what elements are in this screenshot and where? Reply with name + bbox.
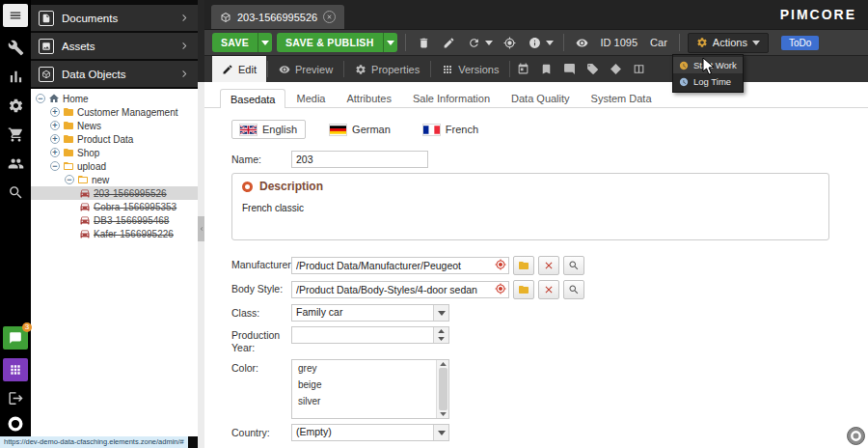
reload-button[interactable]	[464, 33, 484, 52]
users-button[interactable]	[8, 155, 24, 172]
panel-documents[interactable]: Documents	[31, 5, 198, 31]
class-select[interactable]: Family car	[291, 304, 449, 322]
color-option-beige[interactable]: beige	[292, 377, 448, 393]
tab-basedata[interactable]: Basedata	[220, 89, 285, 108]
collapse-toggle-icon[interactable]	[50, 161, 60, 171]
collapse-toggle-icon[interactable]	[65, 175, 74, 184]
tab-properties[interactable]: Properties	[345, 56, 429, 82]
tab-preview[interactable]: Preview	[269, 56, 342, 82]
save-publish-button[interactable]: SAVE & PUBLISH	[277, 33, 397, 52]
sidebar-collapse-handle[interactable]	[198, 216, 204, 241]
sidebar-splitter[interactable]	[198, 0, 204, 448]
panel-assets[interactable]: Assets	[31, 33, 198, 59]
color-option-silver[interactable]: silver	[292, 393, 448, 409]
expand-toggle-icon[interactable]	[50, 121, 60, 130]
cart-icon	[8, 126, 24, 143]
tab-edit[interactable]: Edit	[212, 56, 266, 82]
listbox-scrollbar[interactable]	[436, 360, 448, 418]
tools-button[interactable]	[8, 40, 24, 56]
chat-button[interactable]: 3	[3, 326, 28, 350]
tree-node-kafer[interactable]: Kafer-1566995226	[31, 227, 198, 240]
body-style-clear-button[interactable]	[538, 280, 559, 299]
scrollbar-thumb[interactable]	[439, 368, 448, 410]
tree-node-news[interactable]: News	[31, 119, 198, 132]
production-year-input[interactable]	[292, 327, 433, 343]
tab-data-quality[interactable]: Data Quality	[501, 88, 581, 107]
description-editor[interactable]: French classic	[232, 197, 828, 239]
caret-down-icon[interactable]	[433, 425, 448, 440]
body-style-input[interactable]	[291, 281, 509, 298]
tree-node-home[interactable]: Home	[31, 92, 198, 105]
manufacturer-search-button[interactable]	[563, 256, 584, 275]
tab-versions[interactable]: Versions	[432, 56, 508, 82]
search-button[interactable]	[8, 184, 24, 201]
body-style-search-button[interactable]	[563, 280, 584, 299]
manufacturer-clear-button[interactable]	[538, 256, 559, 275]
close-tab-button[interactable]	[323, 11, 336, 23]
rename-button[interactable]	[439, 33, 459, 52]
delete-button[interactable]	[414, 33, 434, 52]
spinner-up-button[interactable]	[434, 327, 448, 335]
color-option-grey[interactable]: grey	[292, 360, 448, 377]
tab-attributes[interactable]: Attributes	[336, 88, 401, 107]
country-select[interactable]: (Empty)	[291, 424, 449, 441]
tab-system-data[interactable]: System Data	[581, 88, 663, 107]
locate-in-tree-button[interactable]	[500, 33, 520, 52]
open-relation-target-icon[interactable]	[495, 259, 506, 270]
description-header[interactable]: Description	[232, 174, 828, 197]
tree-node-new[interactable]: new	[31, 173, 198, 186]
menu-item-log-time[interactable]: Log Time	[673, 73, 743, 90]
save-button[interactable]: SAVE	[212, 33, 272, 52]
notes-button[interactable]	[557, 56, 581, 82]
caret-down-icon[interactable]	[433, 305, 448, 321]
tags-button[interactable]	[581, 56, 604, 82]
manufacturer-browse-button[interactable]	[513, 256, 534, 275]
tree-node-upload[interactable]: upload	[31, 159, 198, 173]
ecommerce-button[interactable]	[8, 126, 24, 143]
info-button[interactable]	[525, 33, 545, 52]
tree-node-shop[interactable]: Shop	[31, 146, 198, 159]
collapse-toggle-icon[interactable]	[36, 94, 45, 103]
tree-node-label: new	[92, 175, 109, 185]
open-preview-button[interactable]	[572, 33, 592, 52]
info-dropdown-button[interactable]	[546, 41, 556, 45]
name-input[interactable]	[291, 151, 428, 168]
lang-tab-french[interactable]: French	[415, 120, 487, 139]
expand-toggle-icon[interactable]	[50, 107, 60, 117]
actions-button[interactable]: Actions	[688, 33, 769, 53]
dependencies-button[interactable]	[604, 56, 627, 82]
lang-tab-german[interactable]: German	[321, 120, 399, 139]
panel-data-objects[interactable]: Data Objects	[31, 61, 198, 87]
layout-button[interactable]	[627, 56, 650, 82]
manufacturer-input[interactable]	[291, 257, 509, 274]
settings-button[interactable]	[8, 98, 24, 114]
bookmark-button[interactable]	[534, 56, 557, 82]
tree-node-203[interactable]: 203-1566995526	[31, 186, 198, 200]
schedule-button[interactable]	[511, 56, 534, 82]
expand-toggle-icon[interactable]	[50, 148, 60, 157]
tab-media[interactable]: Media	[285, 88, 336, 107]
help-button[interactable]	[847, 427, 865, 445]
tab-sale-information[interactable]: Sale Information	[402, 88, 501, 107]
reports-button[interactable]	[8, 69, 24, 85]
open-object-tab[interactable]: 203-1566995526	[211, 5, 344, 29]
save-publish-dropdown-button[interactable]	[383, 33, 397, 52]
open-relation-target-icon[interactable]	[495, 283, 506, 294]
logout-button[interactable]	[8, 390, 24, 406]
manufacturer-relation	[291, 256, 509, 274]
body-style-relation	[291, 280, 509, 298]
spinner-down-button[interactable]	[434, 335, 448, 343]
tree-node-product-data[interactable]: Product Data	[31, 132, 198, 146]
body-style-browse-button[interactable]	[513, 280, 534, 299]
tree-node-db3[interactable]: DB3-1566995468	[31, 213, 198, 227]
tree-node-cobra[interactable]: Cobra-1566995353	[31, 200, 198, 213]
apps-button[interactable]	[3, 358, 28, 381]
home-icon	[48, 93, 60, 104]
expand-toggle-icon[interactable]	[50, 134, 60, 144]
reload-dropdown-button[interactable]	[485, 41, 495, 45]
main-menu-button[interactable]	[3, 4, 28, 27]
lang-tab-english[interactable]: English	[231, 120, 306, 139]
color-multiselect[interactable]: grey beige silver	[291, 359, 449, 419]
tree-node-customer-management[interactable]: Customer Management	[31, 105, 198, 119]
save-dropdown-button[interactable]	[258, 33, 272, 52]
